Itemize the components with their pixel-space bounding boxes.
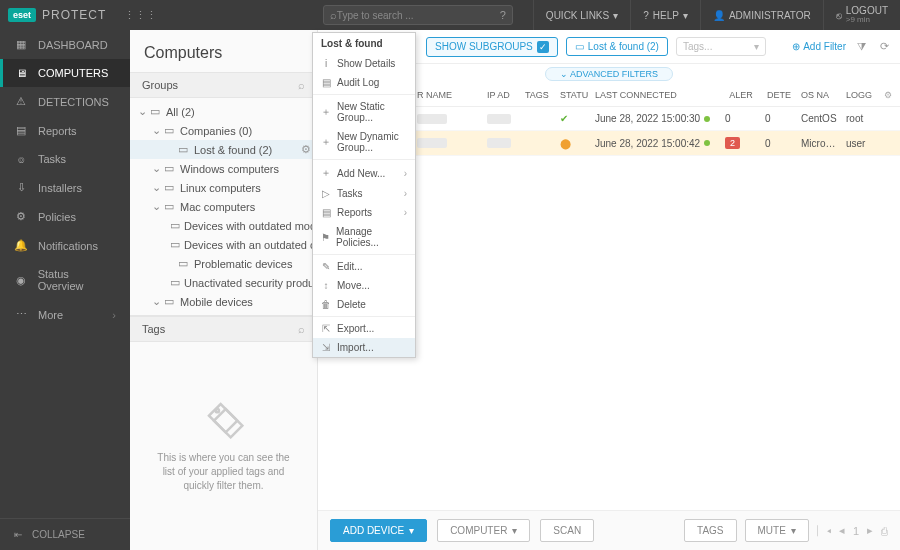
sidebar-item-status-overview[interactable]: ◉Status Overview <box>0 260 130 300</box>
tree-node[interactable]: ⌄▭Linux computers <box>130 178 317 197</box>
ctx-item[interactable]: ✎Edit... <box>313 257 415 276</box>
tree-node[interactable]: ▭Unactivated security product <box>130 273 317 292</box>
sidebar-item-policies[interactable]: ⚙Policies <box>0 202 130 231</box>
apps-icon[interactable]: ⋮⋮⋮ <box>114 9 167 22</box>
tree-label: Mobile devices <box>180 296 253 308</box>
nav-icon: ⚠ <box>14 95 28 108</box>
ctx-item[interactable]: ↕Move... <box>313 276 415 295</box>
search-icon[interactable]: ⌕ <box>298 323 305 335</box>
ctx-label: Show Details <box>337 58 395 69</box>
tree-node[interactable]: ⌄▭Companies (0) <box>130 121 317 140</box>
help-icon: ? <box>643 10 649 21</box>
ctx-label: Add New... <box>337 168 385 179</box>
ctx-item[interactable]: ⇲Import... <box>313 338 415 357</box>
tree-label: Windows computers <box>180 163 279 175</box>
sidebar-item-tasks[interactable]: ⌾Tasks <box>0 145 130 173</box>
ctx-icon: 🗑 <box>321 299 331 310</box>
ctx-item[interactable]: iShow Details <box>313 54 415 73</box>
ctx-item[interactable]: ⚑Manage Policies... <box>313 222 415 252</box>
filter-icon[interactable]: ⧩ <box>854 40 869 53</box>
sidebar-item-label: COMPUTERS <box>38 67 108 79</box>
page-title: Computers <box>130 30 317 72</box>
folder-icon: ▭ <box>178 143 190 156</box>
ctx-item[interactable]: ▤Audit Log <box>313 73 415 92</box>
ctx-item[interactable]: ＋New Dynamic Group... <box>313 127 415 157</box>
chevron-down-icon: ▾ <box>791 525 796 536</box>
tree-label: Devices with an outdated operating sy… <box>184 239 317 251</box>
show-subgroups-chip[interactable]: SHOW SUBGROUPS✓ <box>426 37 558 57</box>
ctx-item[interactable]: 🗑Delete <box>313 295 415 314</box>
gear-icon[interactable]: ⚙ <box>880 84 900 106</box>
page-number: 1 <box>853 525 859 537</box>
checkbox-checked-icon[interactable]: ✓ <box>537 41 549 53</box>
tree-node[interactable]: ▭Devices with outdated modules <box>130 216 317 235</box>
admin-link[interactable]: 👤ADMINISTRATOR <box>700 0 823 30</box>
ctx-item[interactable]: ＋Add New...› <box>313 162 415 184</box>
add-device-button[interactable]: ADD DEVICE▾ <box>330 519 427 542</box>
logout-link[interactable]: ⎋ LOGOUT>9 min <box>823 0 900 30</box>
ctx-icon: ↕ <box>321 280 331 291</box>
chevron-icon[interactable]: ⌄ <box>152 124 160 137</box>
nav-icon: ▤ <box>14 124 28 137</box>
sidebar-item-reports[interactable]: ▤Reports <box>0 116 130 145</box>
ctx-label: New Dynamic Group... <box>337 131 407 153</box>
scan-button[interactable]: SCAN <box>540 519 594 542</box>
print-icon[interactable]: ⎙ <box>881 525 888 537</box>
ctx-icon: ⇱ <box>321 323 331 334</box>
tags-filter[interactable]: Tags...▾ <box>676 37 766 56</box>
tree-node[interactable]: ⌄▭All (2) <box>130 102 317 121</box>
add-filter-button[interactable]: ⊕Add Filter <box>792 41 846 52</box>
help-circle-icon[interactable]: ? <box>500 9 506 21</box>
ctx-icon: ⇲ <box>321 342 331 353</box>
advanced-filters-button[interactable]: ⌄ ADVANCED FILTERS <box>545 67 673 81</box>
next-page-icon[interactable]: ▸ <box>867 524 873 537</box>
tags-button[interactable]: TAGS <box>684 519 736 542</box>
ctx-item[interactable]: ⇱Export... <box>313 319 415 338</box>
mute-button[interactable]: MUTE▾ <box>745 519 809 542</box>
nav-icon: 🔔 <box>14 239 28 252</box>
gear-icon[interactable]: ⚙ <box>301 143 311 156</box>
sidebar-item-detections[interactable]: ⚠DETECTIONS <box>0 87 130 116</box>
computer-button[interactable]: COMPUTER▾ <box>437 519 530 542</box>
topbar: eset PROTECT ⋮⋮⋮ ⌕ Type to search ... ? … <box>0 0 900 30</box>
sidebar-item-more[interactable]: ⋯More› <box>0 300 130 329</box>
refresh-icon[interactable]: ⟳ <box>877 40 892 53</box>
tree-label: Linux computers <box>180 182 261 194</box>
tree-node[interactable]: ⌄▭Mobile devices <box>130 292 317 311</box>
chevron-down-icon: ▾ <box>409 525 414 536</box>
sidebar-item-installers[interactable]: ⇩Installers <box>0 173 130 202</box>
chevron-icon[interactable]: ⌄ <box>152 295 160 308</box>
ctx-label: Move... <box>337 280 370 291</box>
tree-node[interactable]: ▭Devices with an outdated operating sy… <box>130 235 317 254</box>
tree-node[interactable]: ▭Problematic devices <box>130 254 317 273</box>
search-icon[interactable]: ⌕ <box>298 79 305 91</box>
chevron-icon[interactable]: ⌄ <box>138 105 146 118</box>
tree-node[interactable]: ▭Lost & found (2)⚙ <box>130 140 317 159</box>
ctx-icon: i <box>321 58 331 69</box>
prev-page-icon[interactable]: ◂ <box>839 524 845 537</box>
collapse-button[interactable]: ⇤COLLAPSE <box>0 518 130 550</box>
sidebar-item-dashboard[interactable]: ▦DASHBOARD <box>0 30 130 59</box>
quick-links[interactable]: QUICK LINKS▾ <box>533 0 630 30</box>
tree-node[interactable]: ⌄▭Mac computers <box>130 197 317 216</box>
ctx-item[interactable]: ▷Tasks› <box>313 184 415 203</box>
tags-header: Tags⌕ <box>130 316 317 342</box>
ctx-item[interactable]: ▤Reports› <box>313 203 415 222</box>
tree-node[interactable]: ⌄▭Windows computers <box>130 159 317 178</box>
ctx-icon: ▤ <box>321 207 331 218</box>
chevron-icon[interactable]: ⌄ <box>152 200 160 213</box>
search-input[interactable]: ⌕ Type to search ... ? <box>323 5 513 25</box>
sidebar-item-computers[interactable]: 🖥COMPUTERS <box>0 59 130 87</box>
group-filter-chip[interactable]: ▭ Lost & found (2) <box>566 37 668 56</box>
help-link[interactable]: ?HELP▾ <box>630 0 700 30</box>
sidebar-item-notifications[interactable]: 🔔Notifications <box>0 231 130 260</box>
ctx-item[interactable]: ＋New Static Group... <box>313 97 415 127</box>
main-toolbar: Lost & foundiShow Details▤Audit Log＋New … <box>318 30 900 64</box>
nav-icon: 🖥 <box>14 67 28 79</box>
chevron-icon[interactable]: ⌄ <box>152 181 160 194</box>
first-page-icon[interactable]: ⎸◂ <box>817 524 831 537</box>
chevron-icon[interactable]: ⌄ <box>152 162 160 175</box>
chevron-right-icon: › <box>404 188 407 199</box>
folder-icon: ▭ <box>164 295 176 308</box>
ctx-label: Delete <box>337 299 366 310</box>
